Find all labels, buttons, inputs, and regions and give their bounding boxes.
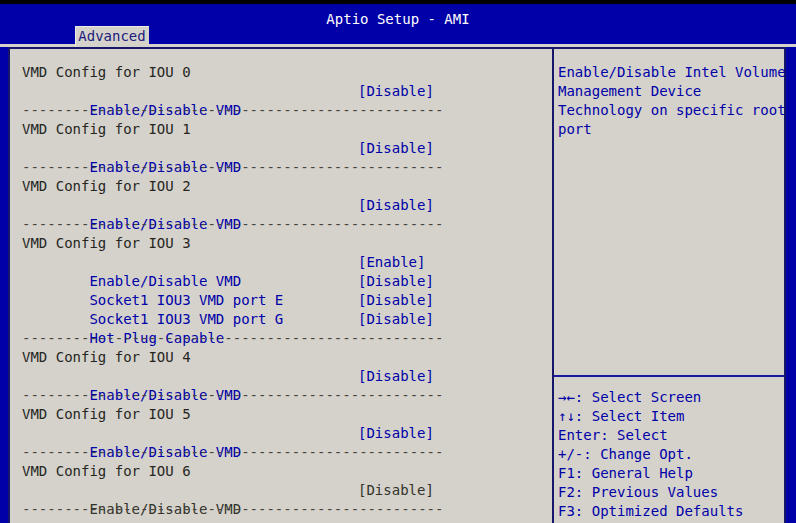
hotkey-f2-previous-values: F2: Previous Values xyxy=(558,483,784,502)
section-heading-iou5: VMD Config for IOU 5 xyxy=(10,405,552,424)
setting-value: [Disable] xyxy=(358,82,434,101)
help-text: Enable/Disable Intel Volume Management D… xyxy=(558,63,786,139)
separator-line: ----------------------------------------… xyxy=(10,158,552,177)
section-heading-iou2: VMD Config for IOU 2 xyxy=(10,177,552,196)
setting-value: [Disable] xyxy=(358,481,434,500)
separator-line: ----------------------------------------… xyxy=(10,500,552,519)
setting-value: [Disable] xyxy=(358,196,434,215)
setting-value: [Disable] xyxy=(358,367,434,386)
separator-line: ----------------------------------------… xyxy=(10,443,552,462)
hotkey-enter-select: Enter: Select xyxy=(558,426,784,445)
separator-line: ----------------------------------------… xyxy=(10,101,552,120)
hotkey-f3-optimized-defaults: F3: Optimized Defaults xyxy=(558,502,784,521)
separator-line: ----------------------------------------… xyxy=(10,215,552,234)
help-pane: Enable/Disable Intel Volume Management D… xyxy=(554,49,784,523)
setting-socket1-iou3-port-g[interactable]: Socket1 IOU3 VMD port G [Disable] xyxy=(10,291,552,310)
setting-enable-vmd-iou4[interactable]: Enable/Disable VMD [Disable] xyxy=(10,367,552,386)
tab-advanced[interactable]: Advanced xyxy=(75,26,149,47)
section-heading-iou3: VMD Config for IOU 3 xyxy=(10,234,552,253)
help-pane-separator xyxy=(554,375,784,377)
setting-enable-vmd-iou6[interactable]: Enable/Disable VMD [Disable] xyxy=(10,481,552,500)
hotkey-select-item: ↑↓: Select Item xyxy=(558,407,784,426)
setting-enable-vmd-iou1[interactable]: Enable/Disable VMD [Disable] xyxy=(10,139,552,158)
separator-line: ----------------------------------------… xyxy=(10,329,552,348)
setup-panel: VMD Config for IOU 0 Enable/Disable VMD … xyxy=(8,47,786,523)
hotkey-f1-general-help: F1: General Help xyxy=(558,464,784,483)
setting-enable-vmd-iou3[interactable]: Enable/Disable VMD [Enable] xyxy=(10,253,552,272)
bios-setup-screen: Aptio Setup - AMI Advanced VMD Config fo… xyxy=(0,0,796,523)
section-heading-iou4: VMD Config for IOU 4 xyxy=(10,348,552,367)
setting-hot-plug-capable[interactable]: Hot Plug Capable [Disable] xyxy=(10,310,552,329)
hotkey-legend: →←: Select Screen ↑↓: Select Item Enter:… xyxy=(558,388,784,521)
tab-advanced-label: Advanced xyxy=(78,28,145,44)
setting-value: [Enable] xyxy=(358,253,425,272)
setting-enable-vmd-iou5[interactable]: Enable/Disable VMD [Disable] xyxy=(10,424,552,443)
setting-value: [Disable] xyxy=(358,310,434,329)
setting-enable-vmd-iou2[interactable]: Enable/Disable VMD [Disable] xyxy=(10,196,552,215)
setting-value: [Disable] xyxy=(358,272,434,291)
setting-value: [Disable] xyxy=(358,424,434,443)
setting-value: [Disable] xyxy=(358,291,434,310)
setting-enable-vmd-iou0[interactable]: Enable/Disable VMD [Disable] xyxy=(10,82,552,101)
hotkey-change-opt: +/-: Change Opt. xyxy=(558,445,784,464)
settings-pane: VMD Config for IOU 0 Enable/Disable VMD … xyxy=(10,49,552,523)
setting-socket1-iou3-port-e[interactable]: Socket1 IOU3 VMD port E [Disable] xyxy=(10,272,552,291)
separator-line: ----------------------------------------… xyxy=(10,386,552,405)
section-heading-iou1: VMD Config for IOU 1 xyxy=(10,120,552,139)
section-heading-iou0: VMD Config for IOU 0 xyxy=(10,63,552,82)
window-title: Aptio Setup - AMI xyxy=(326,11,469,27)
setting-value: [Disable] xyxy=(358,139,434,158)
section-heading-iou6: VMD Config for IOU 6 xyxy=(10,462,552,481)
hotkey-select-screen: →←: Select Screen xyxy=(558,388,784,407)
